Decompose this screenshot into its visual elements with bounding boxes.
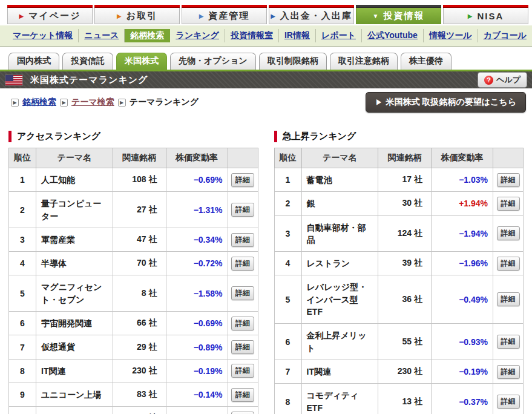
subnav-youtube[interactable]: 公式Youtube: [362, 29, 424, 42]
theme-name-cell: 宇宙開発関連: [36, 312, 113, 335]
related-stocks-cell: 39 社: [378, 252, 432, 275]
detail-cell: 詳細: [493, 324, 524, 360]
detail-button[interactable]: 詳細: [497, 292, 520, 306]
nav-tab-nisa[interactable]: ▶ NISA: [443, 5, 528, 24]
detail-cell: 詳細: [228, 312, 258, 335]
table-row: 1蓄電池17 社−1.03%詳細: [274, 168, 524, 192]
price-change-cell: −0.49%: [432, 275, 493, 324]
price-change-cell: +1.94%: [432, 192, 493, 215]
subnav-report[interactable]: レポート: [316, 29, 362, 42]
detail-button[interactable]: 詳細: [497, 226, 520, 240]
detail-button[interactable]: 詳細: [231, 173, 254, 187]
breadcrumb-stock-search-link[interactable]: 銘柄検索: [22, 97, 56, 108]
nav-tab-invest-info[interactable]: ▼ 投資情報: [356, 5, 441, 24]
nav-tab-label: マイページ: [28, 10, 80, 22]
subnav-market-info[interactable]: マーケット情報: [7, 29, 79, 42]
col-header-change: 株価変動率: [166, 148, 228, 168]
tab-caution-stocks[interactable]: 取引注意銘柄: [330, 53, 398, 70]
nav-tab-trade[interactable]: ▶ お取引: [94, 5, 180, 24]
arrow-right-icon: ▶: [271, 13, 275, 19]
subnav-invest-room[interactable]: 投資情報室: [225, 29, 279, 42]
tab-shareholder-benefits[interactable]: 株主優待: [401, 53, 452, 70]
subnav-news[interactable]: ニュース: [79, 29, 125, 42]
detail-cell: 詳細: [228, 407, 258, 414]
surge-ranking-table: 順位 テーマ名 関連銘柄 株価変動率 1蓄電池17 社−1.03%詳細2銀30 …: [274, 148, 524, 414]
tab-domestic-stocks[interactable]: 国内株式: [8, 53, 59, 70]
table-row: 5マグニフィセント・セブン8 社−1.58%詳細: [9, 275, 258, 312]
col-header-stocks: 関連銘柄: [113, 148, 166, 168]
table-row: 10ロボット44 社−0.65%詳細: [9, 407, 258, 414]
theme-name-cell: IT関連: [36, 359, 113, 383]
arrow-right-icon: ▶: [468, 13, 473, 19]
rank-cell: 1: [274, 168, 301, 192]
detail-cell: 詳細: [493, 215, 524, 252]
breadcrumb-theme-search-link[interactable]: テーマ検索: [71, 97, 114, 108]
theme-name-cell: 人工知能: [36, 168, 113, 192]
table-row: 6宇宙開発関連66 社−0.69%詳細: [9, 312, 258, 335]
detail-button[interactable]: 詳細: [231, 286, 254, 300]
detail-button[interactable]: 詳細: [497, 395, 520, 409]
related-stocks-cell: 8 社: [113, 275, 166, 312]
tab-us-stocks[interactable]: 米国株式: [116, 53, 167, 70]
us-stock-request-button[interactable]: ▶米国株式 取扱銘柄の要望はこちら: [366, 92, 526, 113]
table-row: 7IT関連230 社−0.19%詳細: [274, 360, 524, 383]
arrow-right-icon: ▶: [117, 13, 122, 19]
detail-button[interactable]: 詳細: [497, 197, 520, 211]
subnav-stock-search[interactable]: 銘柄検索: [125, 29, 170, 42]
us-flag-icon: [5, 74, 23, 86]
tab-restricted-stocks[interactable]: 取引制限銘柄: [259, 53, 327, 70]
price-change-cell: −1.03%: [432, 168, 493, 192]
detail-button[interactable]: 詳細: [497, 173, 520, 187]
price-change-cell: −0.19%: [166, 359, 228, 383]
subnav-ir-info[interactable]: IR情報: [279, 29, 316, 42]
detail-button[interactable]: 詳細: [231, 233, 254, 247]
subnav-ranking[interactable]: ランキング: [170, 29, 225, 42]
related-stocks-cell: 47 社: [113, 228, 166, 251]
arrow-right-icon: ▶: [375, 99, 382, 106]
arrow-right-icon: ▶: [199, 13, 204, 19]
col-header-detail: [493, 148, 524, 168]
theme-name-cell: 自動車部材・部品: [301, 215, 378, 252]
theme-name-cell: 軍需産業: [36, 228, 113, 251]
nav-tab-label: 投資情報: [383, 10, 424, 22]
detail-button[interactable]: 詳細: [231, 364, 254, 378]
secondary-nav: マーケット情報 ニュース 銘柄検索 ランキング 投資情報室 IR情報 レポート …: [0, 25, 532, 47]
col-header-rank: 順位: [9, 148, 36, 168]
detail-button[interactable]: 詳細: [231, 388, 254, 402]
price-change-cell: −0.37%: [432, 384, 493, 414]
detail-button[interactable]: 詳細: [231, 412, 254, 414]
detail-button[interactable]: 詳細: [497, 335, 520, 349]
rank-cell: 6: [9, 312, 36, 335]
detail-button[interactable]: 詳細: [231, 317, 254, 330]
nav-tab-deposit[interactable]: ▶ 入出金・入出庫: [269, 5, 354, 24]
table-row: 4半導体70 社−0.72%詳細: [9, 252, 258, 275]
tab-futures-options[interactable]: 先物・オプション: [170, 53, 256, 70]
price-change-cell: −0.19%: [432, 360, 493, 383]
related-stocks-cell: 66 社: [113, 312, 166, 335]
nav-tab-mypage[interactable]: ▶ マイページ: [7, 5, 93, 24]
rank-cell: 2: [9, 192, 36, 228]
nav-tab-label: NISA: [477, 11, 504, 21]
related-stocks-cell: 29 社: [113, 335, 166, 359]
tab-mutual-funds[interactable]: 投資信託: [62, 53, 113, 70]
detail-button[interactable]: 詳細: [231, 340, 254, 354]
detail-cell: 詳細: [228, 168, 258, 192]
subnav-tools[interactable]: 情報ツール: [424, 29, 478, 42]
rank-cell: 9: [9, 383, 36, 406]
detail-cell: 詳細: [228, 252, 258, 275]
detail-button[interactable]: 詳細: [231, 203, 254, 217]
detail-cell: 詳細: [228, 383, 258, 406]
rank-cell: 4: [9, 252, 36, 275]
detail-button[interactable]: 詳細: [231, 257, 254, 271]
detail-button[interactable]: 詳細: [497, 365, 520, 379]
detail-button[interactable]: 詳細: [497, 257, 520, 271]
subnav-kabucall[interactable]: カブコール: [478, 29, 532, 42]
price-change-cell: −1.94%: [432, 215, 493, 252]
product-tabs: 国内株式 投資信託 米国株式 先物・オプション 取引制限銘柄 取引注意銘柄 株主…: [0, 47, 532, 70]
nav-tab-assets[interactable]: ▶ 資産管理: [182, 5, 267, 24]
help-button[interactable]: ? ヘルプ: [478, 72, 527, 88]
breadcrumb-current-page: テーマランキング: [130, 97, 199, 108]
table-row: 2量子コンピューター27 社−1.31%詳細: [9, 192, 258, 228]
table-header-row: 順位 テーマ名 関連銘柄 株価変動率: [9, 148, 258, 168]
col-header-rank: 順位: [274, 148, 301, 168]
